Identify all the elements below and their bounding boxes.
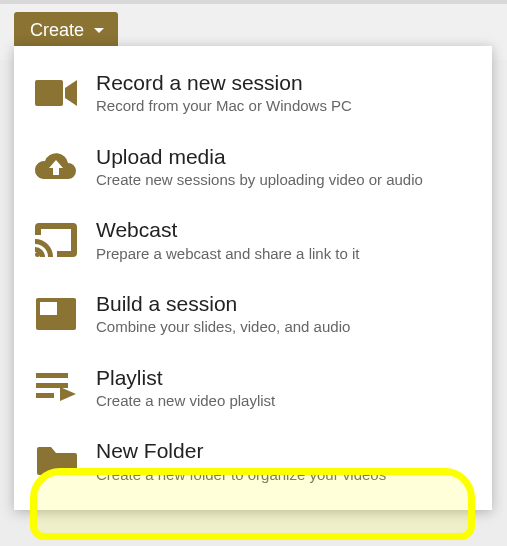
- menu-subtitle: Combine your slides, video, and audio: [96, 317, 474, 337]
- svg-rect-6: [36, 393, 54, 398]
- svg-point-1: [35, 252, 40, 257]
- menu-item-new-folder[interactable]: New Folder Create a new folder to organi…: [14, 424, 492, 498]
- create-button[interactable]: Create: [14, 12, 118, 49]
- create-button-label: Create: [30, 20, 84, 41]
- folder-icon: [32, 441, 80, 481]
- menu-title: Playlist: [96, 365, 474, 390]
- playlist-icon: [32, 368, 80, 408]
- svg-rect-3: [40, 302, 57, 315]
- menu-item-playlist[interactable]: Playlist Create a new video playlist: [14, 351, 492, 425]
- svg-rect-5: [36, 383, 68, 388]
- menu-subtitle: Create a new folder to organize your vid…: [96, 465, 474, 485]
- menu-title: Record a new session: [96, 70, 474, 95]
- menu-subtitle: Prepare a webcast and share a link to it: [96, 244, 474, 264]
- cloud-upload-icon: [32, 147, 80, 187]
- menu-title: Upload media: [96, 144, 474, 169]
- video-camera-icon: [32, 73, 80, 113]
- cast-icon: [32, 220, 80, 260]
- menu-item-webcast[interactable]: Webcast Prepare a webcast and share a li…: [14, 203, 492, 277]
- menu-subtitle: Record from your Mac or Windows PC: [96, 96, 474, 116]
- menu-subtitle: Create a new video playlist: [96, 391, 474, 411]
- slides-icon: [32, 294, 80, 334]
- menu-item-record[interactable]: Record a new session Record from your Ma…: [14, 56, 492, 130]
- caret-down-icon: [94, 28, 104, 33]
- menu-item-upload[interactable]: Upload media Create new sessions by uplo…: [14, 130, 492, 204]
- svg-rect-0: [35, 80, 63, 106]
- menu-title: Webcast: [96, 217, 474, 242]
- menu-item-build[interactable]: Build a session Combine your slides, vid…: [14, 277, 492, 351]
- menu-title: New Folder: [96, 438, 474, 463]
- svg-rect-4: [36, 373, 68, 378]
- create-dropdown: Record a new session Record from your Ma…: [14, 46, 492, 510]
- menu-title: Build a session: [96, 291, 474, 316]
- menu-subtitle: Create new sessions by uploading video o…: [96, 170, 474, 190]
